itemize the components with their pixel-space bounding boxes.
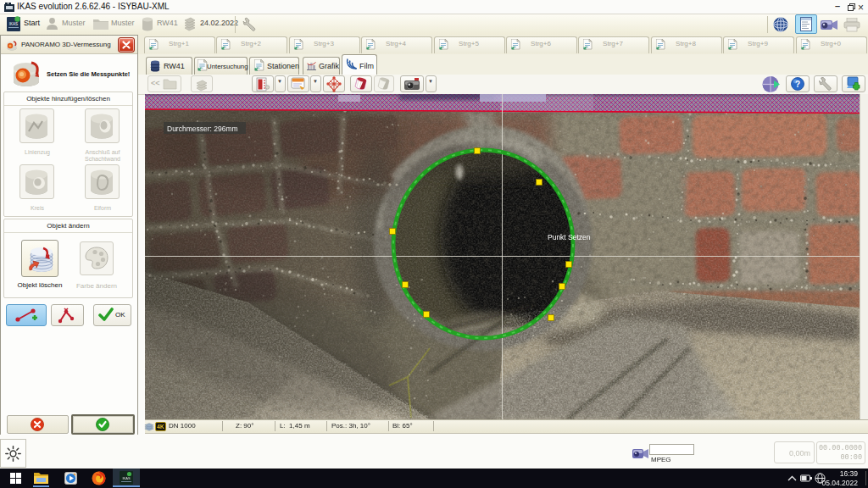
- svg-text:IKAS: IKAS: [9, 22, 18, 26]
- svg-text:IKAS: IKAS: [122, 476, 130, 480]
- svg-text:?: ?: [795, 80, 800, 89]
- svg-text:Punkt Setzen: Punkt Setzen: [548, 233, 591, 241]
- svg-text:Durchmesser: 296mm: Durchmesser: 296mm: [167, 125, 238, 133]
